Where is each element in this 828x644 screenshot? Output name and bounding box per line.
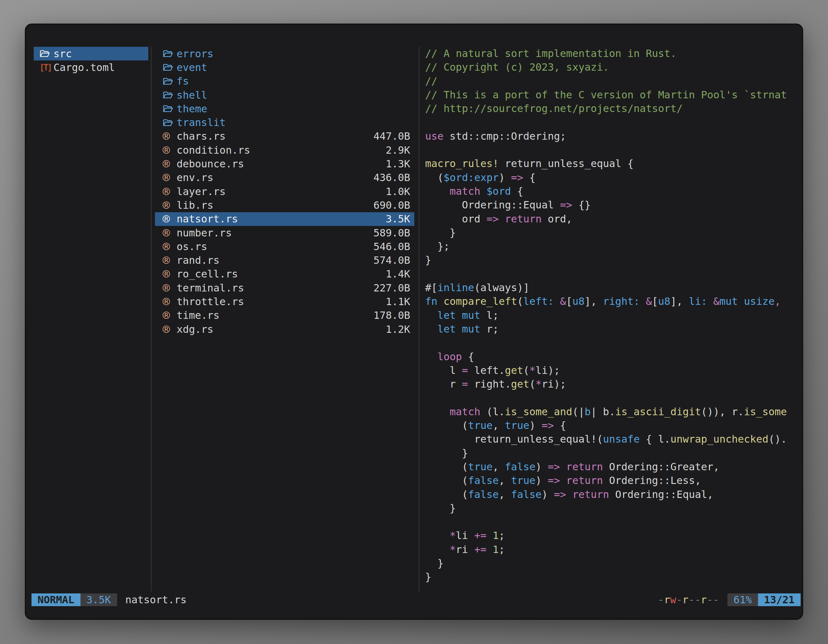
file-row[interactable]: ®layer.rs1.0K — [155, 185, 414, 198]
file-row[interactable]: ®debounce.rs1.3K — [155, 157, 414, 171]
code-token: b — [585, 406, 591, 418]
code-token: (| — [572, 406, 585, 418]
code-line: (false, true) => return Ordering::Less, — [425, 474, 802, 487]
permission-char: r — [701, 594, 707, 606]
code-token — [480, 185, 486, 197]
rust-icon: ® — [163, 282, 177, 294]
rust-icon: ® — [163, 144, 177, 156]
file-row[interactable]: ®xdg.rs1.2K — [155, 322, 414, 336]
file-size: 436.0B — [373, 171, 410, 183]
dir-row[interactable]: shell — [155, 88, 414, 102]
permission-char: - — [658, 594, 664, 606]
code-token: ( — [425, 419, 468, 431]
code-token: std::cmp::Ordering; — [444, 130, 566, 142]
permission-char: w — [670, 594, 676, 606]
code-token: ()), r. — [701, 406, 744, 418]
code-token: li — [456, 530, 474, 542]
dir-row[interactable]: theme — [155, 102, 414, 116]
file-name: layer.rs — [177, 185, 226, 197]
file-row[interactable]: [T]Cargo.toml — [34, 60, 148, 74]
file-name: number.rs — [177, 227, 232, 239]
folder-icon-svg — [163, 63, 173, 72]
file-row[interactable]: ®condition.rs2.9K — [155, 143, 414, 157]
code-line: // Copyright (c) 2023, sxyazi. — [425, 60, 802, 74]
dir-row[interactable]: fs — [155, 74, 414, 88]
file-row[interactable]: ®chars.rs447.0B — [155, 130, 414, 143]
code-token: false — [505, 461, 535, 473]
code-line: return_unless_equal!(unsafe { l.unwrap_u… — [425, 432, 802, 446]
file-row[interactable]: ®natsort.rs3.5K — [155, 212, 414, 226]
code-line: } — [425, 501, 802, 515]
file-size-badge: 3.5K — [80, 594, 117, 606]
code-token: r — [425, 378, 462, 390]
parent-directory-list: src[T]Cargo.toml — [34, 47, 148, 74]
file-name: event — [177, 61, 207, 74]
dir-row[interactable]: translit — [155, 116, 414, 129]
toml-logo-glyph: [T] — [39, 63, 51, 72]
code-token: * — [536, 378, 542, 390]
code-line: let mut r; — [425, 322, 802, 336]
code-line: } — [425, 447, 802, 460]
code-line — [425, 336, 802, 350]
file-row[interactable]: ®terminal.rs227.0B — [155, 281, 414, 295]
code-token: 1 — [492, 544, 499, 556]
permission-char: - — [707, 594, 713, 606]
code-line — [425, 515, 802, 529]
file-size: 178.0B — [373, 309, 410, 321]
code-token: fn — [425, 295, 438, 307]
code-token: is_some_and — [505, 406, 572, 418]
file-name: os.rs — [177, 241, 207, 253]
code-token: mut — [720, 295, 738, 307]
code-token: ri — [456, 544, 474, 556]
code-token: (). — [768, 433, 787, 445]
file-row[interactable]: ®rand.rs574.0B — [155, 253, 414, 267]
dir-row[interactable]: event — [155, 60, 414, 74]
code-token: ( — [523, 364, 529, 376]
code-token: r; — [480, 323, 499, 335]
code-token: return — [566, 461, 603, 473]
code-line: r = right.get(*ri); — [425, 378, 802, 391]
code-token: 1 — [492, 530, 499, 542]
scroll-percent-badge: 61% — [728, 594, 758, 606]
file-size: 690.0B — [373, 199, 410, 211]
rust-logo-glyph: ® — [163, 213, 173, 225]
dir-row[interactable]: errors — [155, 47, 414, 60]
code-token: => — [554, 489, 566, 500]
code-line — [425, 116, 802, 129]
file-size: 2.9K — [386, 144, 410, 156]
file-row[interactable]: ®lib.rs690.0B — [155, 198, 414, 212]
code-line: macro_rules! return_unless_equal { — [425, 157, 802, 171]
rust-logo-glyph: ® — [163, 171, 173, 183]
status-right-group: -rw-r--r-- 61% 13/21 — [658, 594, 801, 606]
rust-logo-glyph: ® — [163, 199, 173, 211]
code-token: use — [425, 130, 444, 142]
file-name: src — [53, 48, 72, 60]
code-token: false — [511, 489, 542, 500]
code-token: } — [425, 557, 444, 569]
code-line: } — [425, 253, 802, 267]
file-size: 1.0K — [386, 185, 410, 197]
file-row[interactable]: ®os.rs546.0B — [155, 240, 414, 253]
code-token: ord — [425, 213, 486, 225]
code-token: Ordering::Less, — [603, 475, 701, 486]
code-token: li); — [536, 364, 560, 376]
code-line: }; — [425, 240, 802, 253]
dir-row[interactable]: src — [34, 47, 148, 60]
rust-icon: ® — [163, 158, 177, 170]
file-row[interactable]: ®number.rs589.0B — [155, 226, 414, 240]
rust-icon: ® — [163, 185, 177, 197]
code-token — [425, 544, 450, 556]
file-row[interactable]: ®throttle.rs1.1K — [155, 295, 414, 308]
file-row[interactable]: ®ro_cell.rs1.4K — [155, 267, 414, 281]
rust-icon: ® — [163, 268, 177, 280]
rust-logo-glyph: ® — [163, 323, 173, 335]
code-token — [425, 309, 438, 321]
code-token: } — [425, 502, 456, 514]
cursor-position-badge: 13/21 — [758, 594, 801, 606]
code-token — [425, 185, 450, 197]
file-row[interactable]: ®env.rs436.0B — [155, 171, 414, 185]
file-row[interactable]: ®time.rs178.0B — [155, 309, 414, 322]
code-token: { — [554, 419, 566, 431]
code-line: match (l.is_some_and(|b| b.is_ascii_digi… — [425, 405, 802, 419]
file-name: natsort.rs — [177, 213, 238, 225]
